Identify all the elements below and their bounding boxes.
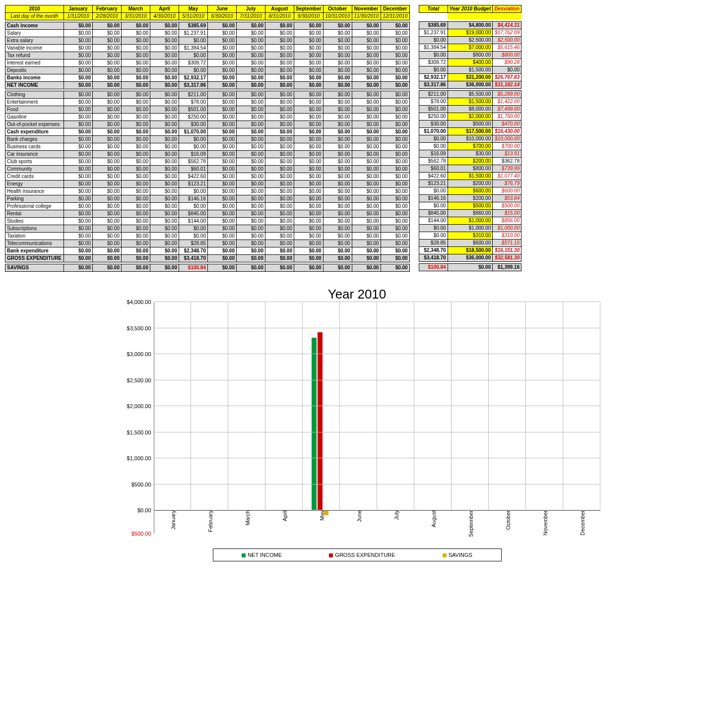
cell-value: $0.00: [237, 233, 265, 240]
cell-value: $0.00: [64, 218, 93, 225]
cell-value: $0.00: [237, 45, 265, 52]
cell-value: $0.00: [265, 247, 294, 255]
cell-value: $0.00: [323, 99, 352, 106]
row-label: SAVINGS: [5, 264, 64, 272]
cell-value: $0.00: [122, 74, 150, 82]
budget-value: $310.00: [448, 232, 493, 240]
cell-value: $0.00: [208, 247, 237, 255]
cell-value: $0.00: [381, 106, 409, 114]
cell-value: $0.00: [179, 203, 208, 210]
cell-value: $0.00: [294, 45, 324, 52]
row-label: Community: [5, 166, 64, 173]
chart-column: November: [526, 302, 563, 510]
y-tick-label: $1,500.00: [127, 429, 154, 435]
monthly-table: 2010JanuaryFebruaryMarchAprilMayJuneJuly…: [5, 5, 410, 272]
cell-value: $0.00: [294, 218, 324, 225]
budget-value: $2,000.00: [448, 113, 493, 121]
cell-value: $0.00: [352, 82, 381, 89]
cell-value: $0.00: [237, 151, 265, 158]
cell-value: $0.00: [64, 121, 93, 128]
total-value: $0.00: [419, 37, 448, 44]
row-label: Banks income: [5, 74, 64, 82]
cell-value: $0.00: [64, 22, 93, 30]
row-label: Energy: [5, 181, 64, 188]
deviation-value: $4,414.31: [493, 22, 521, 29]
row-label: Interest earned: [5, 60, 64, 67]
cell-value: $0.00: [64, 225, 93, 233]
cell-value: $0.00: [323, 67, 352, 74]
cell-value: $0.00: [381, 181, 409, 188]
cell-value: $0.00: [265, 22, 294, 30]
cell-value: $0.00: [237, 37, 265, 45]
chart-bar: [312, 338, 317, 510]
cell-value: $0.00: [294, 195, 324, 203]
cell-value: $0.00: [179, 188, 208, 195]
cell-value: $0.00: [150, 181, 179, 188]
cell-value: $0.00: [294, 74, 324, 82]
budget-value: $700.00: [448, 143, 493, 150]
cell-value: $0.00: [352, 158, 381, 166]
cell-value: $0.00: [122, 151, 150, 158]
legend-swatch: [443, 553, 447, 557]
deviation-value: $1,422.00: [493, 98, 521, 106]
cell-value: $0.00: [208, 225, 237, 233]
cell-value: $0.00: [122, 210, 150, 218]
cell-value: $3,317.86: [179, 82, 208, 89]
deviation-value: $1,399.16: [493, 264, 521, 271]
total-value: $100.84: [419, 264, 448, 271]
cell-value: $0.00: [179, 52, 208, 60]
legend-swatch: [329, 553, 333, 557]
total-value: $309.72: [419, 59, 448, 66]
cell-value: $0.00: [323, 203, 352, 210]
cell-value: $146.16: [179, 195, 208, 203]
cell-value: $0.00: [294, 264, 324, 272]
budget-value: $500.00: [448, 202, 493, 210]
deviation-value: $15.00: [493, 210, 521, 217]
cell-value: $0.00: [93, 188, 122, 195]
cell-value: $0.00: [237, 158, 265, 166]
cell-value: $0.00: [64, 99, 93, 106]
cell-value: $0.00: [323, 45, 352, 52]
cell-value: $0.00: [64, 136, 93, 143]
cell-value: $0.00: [237, 264, 265, 272]
total-value: $211.00: [419, 91, 448, 98]
cell-value: $0.00: [64, 188, 93, 195]
budget-value: $400.00: [448, 59, 493, 66]
budget-value: $0.00: [448, 264, 493, 271]
y-tick-label: $3,000.00: [127, 351, 154, 357]
cell-value: $0.00: [150, 136, 179, 143]
cell-value: $0.00: [237, 52, 265, 60]
cell-value: $0.00: [122, 264, 150, 272]
cell-value: $0.00: [122, 99, 150, 106]
cell-value: $0.00: [122, 233, 150, 240]
cell-value: $0.00: [265, 158, 294, 166]
chart-column: December: [563, 302, 600, 510]
budget-value: $600.00: [448, 187, 493, 195]
cell-value: $0.00: [122, 218, 150, 225]
cell-value: $0.00: [294, 240, 324, 247]
date-header: 3/31/2010: [122, 13, 150, 20]
cell-value: $0.00: [64, 264, 93, 272]
budget-header: Year 2010 Budget: [448, 5, 493, 13]
deviation-value: $571.15: [493, 240, 521, 247]
cell-value: $0.00: [122, 82, 150, 89]
cell-value: $0.00: [352, 166, 381, 173]
cell-value: $0.00: [93, 264, 122, 272]
cell-value: $0.00: [122, 158, 150, 166]
cell-value: $0.00: [265, 121, 294, 128]
cell-value: $0.00: [208, 99, 237, 106]
cell-value: $0.00: [64, 143, 93, 151]
date-header: 8/31/2010: [265, 13, 294, 20]
cell-value: $0.00: [323, 52, 352, 60]
cell-value: $0.00: [294, 188, 324, 195]
cell-value: $0.00: [150, 52, 179, 60]
cell-value: $0.00: [352, 240, 381, 247]
cell-value: $0.00: [64, 74, 93, 82]
cell-value: $0.00: [150, 240, 179, 247]
deviation-value: $90.28: [493, 59, 521, 66]
cell-value: $0.00: [150, 45, 179, 52]
cell-value: $0.00: [237, 173, 265, 181]
budget-value: $5,500.00: [448, 91, 493, 98]
y-tick-label: $500.00: [131, 482, 154, 487]
total-value: $3,418.70: [419, 254, 448, 262]
